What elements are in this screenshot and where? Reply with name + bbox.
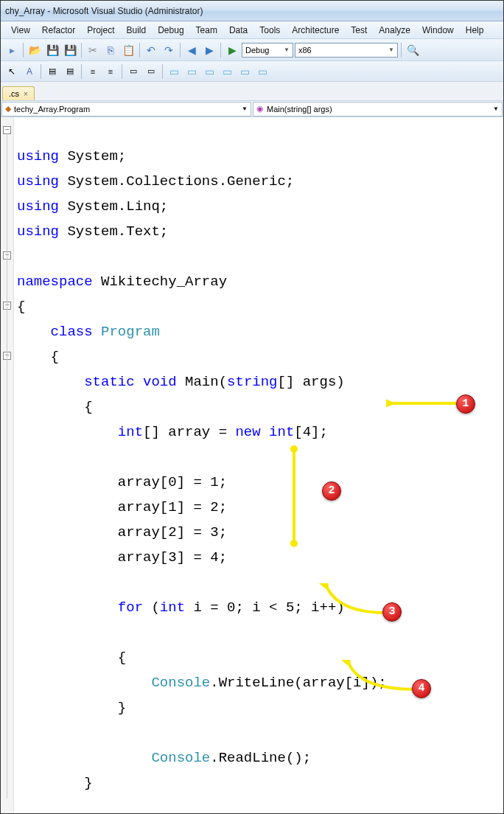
code-text: Main( bbox=[177, 374, 227, 390]
keyword: void bbox=[143, 374, 177, 390]
class-icon: ◆ bbox=[5, 104, 11, 114]
svg-point-4 bbox=[290, 540, 298, 547]
code-text: .ReadLine(); bbox=[210, 750, 311, 766]
text-tool-icon[interactable]: A bbox=[21, 63, 38, 80]
uncomment-icon[interactable]: ≡ bbox=[102, 63, 119, 80]
keyword: using bbox=[17, 223, 59, 240]
code-text: System.Collections.Generic; bbox=[59, 173, 294, 189]
code-text: } bbox=[17, 700, 126, 716]
window6-icon[interactable]: ▭ bbox=[254, 63, 270, 80]
save-all-icon[interactable]: 💾 bbox=[62, 42, 78, 58]
keyword: int bbox=[118, 424, 143, 440]
code-text: array[3] = 4; bbox=[17, 549, 227, 566]
menu-team[interactable]: Team bbox=[190, 24, 223, 37]
keyword: for bbox=[118, 599, 143, 616]
keyword: using bbox=[17, 198, 59, 215]
window-titlebar: chy_Array - Microsoft Visual Studio (Adm… bbox=[1, 1, 503, 21]
menu-build[interactable]: Build bbox=[121, 24, 153, 37]
menu-debug[interactable]: Debug bbox=[152, 24, 189, 37]
window5-icon[interactable]: ▭ bbox=[237, 63, 253, 80]
code-text: array[0] = 1; bbox=[17, 474, 227, 490]
document-tabstrip: .cs × bbox=[1, 82, 503, 101]
code-text: { bbox=[17, 299, 25, 315]
keyword: new bbox=[235, 424, 260, 440]
keyword: int bbox=[269, 424, 294, 440]
menu-data[interactable]: Data bbox=[223, 24, 253, 37]
type-name: Console bbox=[151, 675, 210, 691]
callout-3: 3 bbox=[382, 602, 402, 622]
callout-4: 4 bbox=[412, 679, 431, 698]
member-dropdown[interactable]: ◉ Main(string[] args) ▼ bbox=[253, 102, 503, 116]
indent bbox=[17, 599, 118, 616]
bookmark-next-icon[interactable]: ▭ bbox=[143, 63, 159, 80]
indent bbox=[17, 374, 84, 390]
menu-tools[interactable]: Tools bbox=[253, 24, 286, 37]
menu-test[interactable]: Test bbox=[345, 24, 373, 37]
new-project-icon[interactable]: ▸ bbox=[4, 42, 20, 58]
window3-icon[interactable]: ▭ bbox=[201, 63, 217, 80]
toolbar-separator bbox=[41, 64, 41, 79]
code-text: { bbox=[17, 349, 59, 365]
code-text: System; bbox=[59, 148, 126, 164]
space bbox=[93, 324, 101, 340]
bookmark-icon[interactable]: ▭ bbox=[125, 63, 141, 80]
class-dropdown[interactable]: ◆ techy_Array.Program ▼ bbox=[1, 102, 251, 116]
menu-project[interactable]: Project bbox=[81, 24, 120, 37]
annotation-bracket-2 bbox=[290, 445, 312, 548]
platform-dropdown[interactable]: x86 ▼ bbox=[295, 43, 398, 58]
window4-icon[interactable]: ▭ bbox=[219, 63, 235, 80]
code-text: [] array = bbox=[143, 424, 235, 440]
code-text: { bbox=[17, 399, 93, 415]
callout-2: 2 bbox=[322, 481, 341, 501]
toolbar-separator bbox=[122, 64, 122, 79]
method-name: Main(string[] args) bbox=[267, 105, 332, 114]
nav-fwd-icon[interactable]: ▶ bbox=[201, 42, 217, 58]
menu-analyze[interactable]: Analyze bbox=[373, 24, 416, 37]
config-dropdown[interactable]: Debug ▼ bbox=[242, 43, 293, 58]
code-text: [4]; bbox=[294, 424, 328, 440]
cut-icon[interactable]: ✂ bbox=[85, 42, 101, 58]
keyword: using bbox=[17, 173, 59, 189]
document-tab[interactable]: .cs × bbox=[2, 86, 35, 100]
indent-icon[interactable]: ▤ bbox=[44, 63, 60, 80]
config-value: Debug bbox=[245, 46, 269, 55]
code-editor[interactable]: − − − − using System; using System.Colle… bbox=[1, 117, 503, 813]
type-name: Program bbox=[101, 324, 160, 340]
keyword: class bbox=[51, 324, 93, 340]
menu-help[interactable]: Help bbox=[460, 24, 490, 37]
copy-icon[interactable]: ⎘ bbox=[102, 42, 119, 58]
undo-icon[interactable]: ↶ bbox=[143, 42, 159, 58]
toolbar-separator bbox=[162, 64, 163, 79]
code-nav-bar: ◆ techy_Array.Program ▼ ◉ Main(string[] … bbox=[1, 101, 503, 117]
platform-value: x86 bbox=[298, 46, 312, 55]
keyword: static bbox=[84, 374, 134, 390]
menu-view[interactable]: View bbox=[5, 24, 36, 37]
pointer-icon[interactable]: ↖ bbox=[4, 63, 20, 80]
chevron-down-icon: ▼ bbox=[242, 105, 248, 112]
fold-toggle[interactable]: − bbox=[3, 126, 11, 134]
chevron-down-icon: ▼ bbox=[493, 105, 499, 112]
window2-icon[interactable]: ▭ bbox=[183, 63, 200, 80]
toolbar-separator bbox=[220, 43, 221, 58]
save-icon[interactable]: 💾 bbox=[44, 42, 60, 58]
nav-back-icon[interactable]: ◀ bbox=[183, 42, 200, 58]
start-icon[interactable]: ▶ bbox=[224, 42, 240, 58]
redo-icon[interactable]: ↷ bbox=[161, 42, 177, 58]
indent bbox=[17, 424, 118, 440]
comment-icon[interactable]: ≡ bbox=[85, 63, 101, 80]
tab-close-icon[interactable]: × bbox=[24, 90, 28, 98]
method-icon: ◉ bbox=[256, 104, 264, 114]
code-text: { bbox=[17, 650, 126, 666]
window-icon[interactable]: ▭ bbox=[166, 63, 182, 80]
indent bbox=[17, 750, 151, 766]
find-icon[interactable]: 🔍 bbox=[405, 42, 421, 58]
open-icon[interactable]: 📂 bbox=[27, 42, 43, 58]
editor-gutter[interactable]: − − − − bbox=[1, 117, 14, 813]
code-text[interactable]: using System; using System.Collections.G… bbox=[14, 117, 503, 813]
outdent-icon[interactable]: ▤ bbox=[62, 63, 78, 80]
menu-window[interactable]: Window bbox=[416, 24, 460, 37]
paste-icon[interactable]: 📋 bbox=[120, 42, 136, 58]
menu-architecture[interactable]: Architecture bbox=[286, 24, 345, 37]
menu-refactor[interactable]: Refactor bbox=[36, 24, 81, 37]
chevron-down-icon: ▼ bbox=[388, 46, 394, 53]
